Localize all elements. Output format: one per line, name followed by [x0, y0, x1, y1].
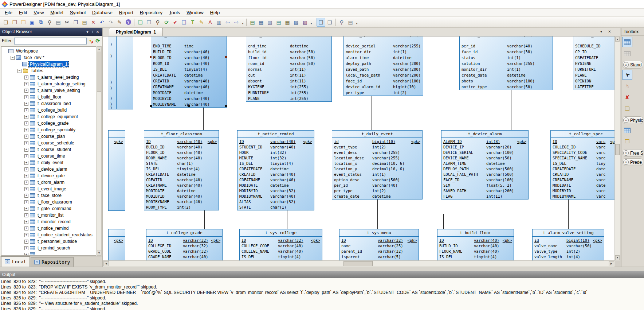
close-icon[interactable]: ✕ — [95, 30, 100, 34]
expand-icon[interactable]: + — [24, 220, 28, 224]
window-toggle-5-icon[interactable]: ▦ — [283, 18, 292, 27]
secondary-tool[interactable] — [622, 48, 632, 58]
paste-icon[interactable]: ▤ — [80, 18, 89, 27]
chevron-down-icon[interactable]: ∨ — [623, 150, 629, 156]
vscroll-thumb[interactable] — [615, 144, 620, 155]
toolbar-overflow-icon[interactable]: ▾ — [355, 18, 359, 26]
refresh-icon[interactable]: ⟳ — [95, 38, 101, 44]
tree-item-t-notice-student-readstatus[interactable]: +t_notice_student_readstatus — [24, 232, 96, 238]
delete-icon[interactable]: ✕ — [89, 18, 98, 27]
entity-fragment[interactable]: ))))))) — [108, 36, 133, 109]
tab-local[interactable]: ⚲Local — [1, 256, 30, 267]
redo-icon[interactable]: ↷ — [106, 18, 115, 27]
tree-item-t-gate-command[interactable]: +t_gate_command — [24, 205, 96, 212]
paste-shortcut-icon[interactable]: ❐ — [145, 18, 153, 27]
toolbox-group-free-s[interactable]: ∨Free S — [622, 149, 643, 157]
toolbox-group-prede[interactable]: ∨Prede — [622, 158, 643, 166]
pointer-tool[interactable]: ➤ — [622, 70, 632, 80]
chevron-down-icon[interactable]: ∨ — [623, 159, 629, 165]
copy-icon[interactable]: ❐ — [71, 18, 80, 27]
find-objects-icon[interactable]: ⚲ — [153, 18, 162, 27]
window-list-icon[interactable]: ❑ — [317, 18, 325, 27]
window-toggle-1-icon[interactable]: ▤ — [248, 18, 257, 27]
tree-scroll-thumb[interactable] — [97, 52, 101, 92]
diagram-canvas[interactable]: )))))))START_TIMEtimeEND_TIMEtimeBUILD_I… — [103, 36, 614, 260]
diagram-hscrollbar[interactable]: ◀ ▶ — [103, 260, 614, 267]
selection-handle[interactable] — [150, 105, 152, 107]
tree-item-t-device-gate[interactable]: +t_device_gate — [24, 173, 96, 179]
expand-icon[interactable]: + — [24, 102, 28, 106]
check-model-icon[interactable]: ✔ — [171, 18, 180, 27]
entity-fragment[interactable]: device_ipvarchar(50)device_serialvarchar… — [343, 36, 423, 96]
tree-item-t-college-grade[interactable]: +t_college_grade — [24, 120, 96, 127]
tree-item-t-monitor-list[interactable]: +t_monitor_list — [24, 212, 96, 218]
toolbox-group-stand[interactable]: ∧Stand — [622, 61, 643, 69]
diagram-close-icon[interactable]: ✕ — [607, 29, 612, 34]
tree-item-t-personnel-outside[interactable]: +t_personnel_outside — [24, 238, 96, 245]
filter-input[interactable] — [14, 38, 87, 44]
tree-item-t-college-build[interactable]: +t_college_build — [24, 107, 96, 113]
save-icon[interactable]: ▣ — [28, 18, 36, 27]
menu-report[interactable]: Report — [116, 9, 137, 16]
menu-model[interactable]: Model — [47, 9, 66, 16]
nav-back-icon[interactable]: ⇦ — [223, 18, 232, 27]
toolbox-group-physic[interactable]: ∧Physic — [622, 116, 643, 124]
expand-icon[interactable]: + — [24, 200, 28, 204]
expand-icon[interactable]: + — [24, 95, 28, 99]
scroll-up-icon[interactable]: ▲ — [97, 47, 101, 51]
tree-scrollbar[interactable]: ▲ ▼ — [97, 46, 102, 256]
expand-icon[interactable]: + — [24, 128, 28, 132]
menu-window[interactable]: Window — [183, 9, 207, 16]
tree-item-t-alarm-strategy-setting[interactable]: +t_alarm_strategy_setting — [24, 81, 96, 87]
menu-tools[interactable]: Tools — [166, 9, 183, 16]
tree-item-t-alarm-valve-setting[interactable]: +t_alarm_valve_setting — [24, 87, 96, 94]
expand-icon[interactable]: + — [24, 135, 28, 139]
tree-item-physicaldiagram-1[interactable]: PhysicalDiagram_1 — [17, 61, 96, 67]
menu-repository[interactable]: Repository — [137, 9, 166, 16]
grabber-tool[interactable]: ☞ — [622, 81, 632, 91]
tab-repository[interactable]: ⚲Repository — [31, 257, 74, 267]
tab-physicaldiagram-1[interactable]: PhysicalDiagram_1 — [109, 28, 163, 36]
expand-icon[interactable]: + — [24, 141, 28, 145]
tree-item-tables[interactable]: −Tables — [17, 67, 96, 74]
tree-item-t-device-alarm[interactable]: +t_device_alarm — [24, 166, 96, 173]
selection-handle[interactable] — [150, 56, 152, 58]
menu-edit[interactable]: Edit — [16, 9, 30, 16]
print-preview-icon[interactable]: ⚲ — [45, 18, 54, 27]
toolbar-overflow-icon[interactable]: ▾ — [241, 18, 245, 26]
chevron-down-icon[interactable]: ▾ — [85, 30, 90, 34]
tree-item-t-course-time[interactable]: +t_course_time — [24, 153, 96, 159]
output-splitter[interactable] — [0, 267, 644, 271]
tree-item-t-floor-classroom[interactable]: +t_floor_classroom — [24, 199, 96, 205]
menu-symbol[interactable]: Symbol — [67, 9, 89, 16]
expand-icon[interactable]: + — [24, 253, 28, 256]
entity-t_sys_menu[interactable]: t_sys_menuIDvarchar(32)<pk>namevarchar(2… — [339, 229, 419, 260]
model-window-icon[interactable]: ❑ — [180, 18, 188, 27]
entity-fragment[interactable]: START_TIMEtimeEND_TIMEtimeBUILD_IDvarcha… — [151, 36, 227, 108]
tree-item-t-classroom-bed[interactable]: +t_classroom_bed — [24, 100, 96, 107]
menu-help[interactable]: Help — [207, 9, 223, 16]
open-icon[interactable]: ❒ — [19, 18, 28, 27]
tree-item-t-face-store[interactable]: +t_face_store — [24, 192, 96, 199]
expand-icon[interactable]: + — [24, 240, 28, 244]
expand-icon[interactable]: + — [24, 154, 28, 158]
scroll-down-icon[interactable]: ▼ — [97, 251, 101, 255]
entity-fragment[interactable]: start_timedatetimeend_timedatetimebuild_… — [246, 36, 332, 102]
tree-item-t-daily-event[interactable]: +t_daily_event — [24, 159, 96, 166]
expand-icon[interactable]: + — [24, 167, 28, 171]
list-report-icon[interactable]: T — [188, 18, 197, 27]
synchronize-icon[interactable]: ⟳ — [162, 18, 171, 27]
diagram-vscrollbar[interactable]: ▲ ▼ — [614, 36, 620, 260]
window-toggle-6-icon[interactable]: ▧ — [292, 18, 301, 27]
tree-item-t-build-floor[interactable]: +t_build_floor — [24, 94, 96, 100]
window-toggle-4-icon[interactable]: ▤ — [274, 18, 283, 27]
hscroll-thumb[interactable] — [343, 261, 373, 266]
collapse-icon[interactable]: − — [17, 69, 21, 73]
pin-icon[interactable]: ⊥ — [90, 30, 95, 34]
entity-t_build_floor[interactable]: t_build_floorIDvarchar(40)<pk>BUILD_IDva… — [437, 229, 514, 260]
collapse-icon[interactable]: − — [11, 56, 15, 60]
entity-fragment[interactable]: <pk> — [108, 229, 125, 260]
entity-fragment[interactable]: student_idvarchar(40)per_idvarchar(40)fa… — [459, 36, 553, 90]
scroll-down-icon[interactable]: ▼ — [615, 255, 620, 260]
entity-t_device_alarm[interactable]: t_device_alarmALARM_IDint(8)<pk>DEVICE_I… — [441, 130, 529, 199]
